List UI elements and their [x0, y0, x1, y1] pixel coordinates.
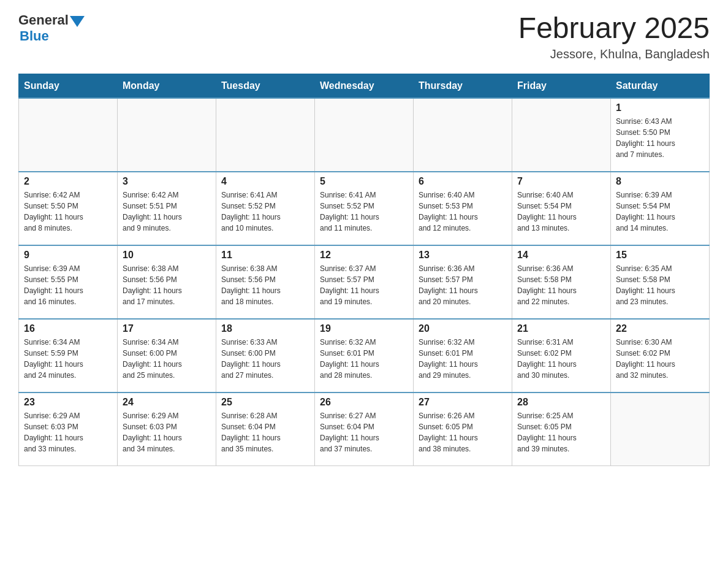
day-number: 23 [24, 397, 112, 408]
day-number: 27 [419, 397, 507, 408]
calendar-cell: 3Sunrise: 6:42 AMSunset: 5:51 PMDaylight… [118, 172, 216, 245]
day-info: Sunrise: 6:36 AMSunset: 5:57 PMDaylight:… [419, 263, 507, 307]
weekday-header-sunday: Sunday [19, 74, 118, 98]
calendar-title: February 2025 [518, 12, 710, 45]
calendar-week-row: 16Sunrise: 6:34 AMSunset: 5:59 PMDayligh… [19, 319, 710, 393]
calendar-cell [414, 98, 512, 172]
calendar-cell: 14Sunrise: 6:36 AMSunset: 5:58 PMDayligh… [512, 245, 611, 319]
calendar-cell: 5Sunrise: 6:41 AMSunset: 5:52 PMDaylight… [315, 172, 414, 245]
weekday-header-saturday: Saturday [611, 74, 710, 98]
day-info: Sunrise: 6:32 AMSunset: 6:01 PMDaylight:… [419, 337, 507, 381]
day-info: Sunrise: 6:36 AMSunset: 5:58 PMDaylight:… [517, 263, 605, 307]
day-number: 28 [517, 397, 605, 408]
day-info: Sunrise: 6:28 AMSunset: 6:04 PMDaylight:… [221, 410, 309, 454]
day-info: Sunrise: 6:41 AMSunset: 5:52 PMDaylight:… [221, 190, 309, 234]
day-number: 5 [320, 176, 408, 187]
weekday-header-monday: Monday [118, 74, 216, 98]
calendar-week-row: 2Sunrise: 6:42 AMSunset: 5:50 PMDaylight… [19, 172, 710, 245]
weekday-header-wednesday: Wednesday [315, 74, 414, 98]
calendar-cell: 9Sunrise: 6:39 AMSunset: 5:55 PMDaylight… [19, 245, 118, 319]
calendar-cell: 7Sunrise: 6:40 AMSunset: 5:54 PMDaylight… [512, 172, 611, 245]
day-info: Sunrise: 6:27 AMSunset: 6:04 PMDaylight:… [320, 410, 408, 454]
day-number: 20 [419, 323, 507, 334]
title-section: February 2025 Jessore, Khulna, Banglades… [518, 12, 710, 61]
calendar-cell: 23Sunrise: 6:29 AMSunset: 6:03 PMDayligh… [19, 393, 118, 466]
day-info: Sunrise: 6:30 AMSunset: 6:02 PMDaylight:… [616, 337, 704, 381]
page-header: General Blue February 2025 Jessore, Khul… [18, 12, 710, 61]
calendar-subtitle: Jessore, Khulna, Bangladesh [518, 47, 710, 61]
day-number: 7 [517, 176, 605, 187]
day-number: 26 [320, 397, 408, 408]
day-info: Sunrise: 6:29 AMSunset: 6:03 PMDaylight:… [24, 410, 112, 454]
weekday-header-friday: Friday [512, 74, 611, 98]
weekday-header-thursday: Thursday [414, 74, 512, 98]
day-number: 25 [221, 397, 309, 408]
calendar-cell: 1Sunrise: 6:43 AMSunset: 5:50 PMDaylight… [611, 98, 710, 172]
calendar-cell [611, 393, 710, 466]
calendar-cell [19, 98, 118, 172]
day-info: Sunrise: 6:42 AMSunset: 5:50 PMDaylight:… [24, 190, 112, 234]
calendar-cell: 10Sunrise: 6:38 AMSunset: 5:56 PMDayligh… [118, 245, 216, 319]
calendar-cell: 19Sunrise: 6:32 AMSunset: 6:01 PMDayligh… [315, 319, 414, 393]
calendar-cell: 4Sunrise: 6:41 AMSunset: 5:52 PMDaylight… [216, 172, 315, 245]
calendar-cell: 28Sunrise: 6:25 AMSunset: 6:05 PMDayligh… [512, 393, 611, 466]
calendar-cell [315, 98, 414, 172]
day-number: 12 [320, 250, 408, 261]
calendar-cell: 18Sunrise: 6:33 AMSunset: 6:00 PMDayligh… [216, 319, 315, 393]
day-info: Sunrise: 6:35 AMSunset: 5:58 PMDaylight:… [616, 263, 704, 307]
day-info: Sunrise: 6:31 AMSunset: 6:02 PMDaylight:… [517, 337, 605, 381]
day-info: Sunrise: 6:26 AMSunset: 6:05 PMDaylight:… [419, 410, 507, 454]
calendar-cell: 13Sunrise: 6:36 AMSunset: 5:57 PMDayligh… [414, 245, 512, 319]
day-info: Sunrise: 6:34 AMSunset: 5:59 PMDaylight:… [24, 337, 112, 381]
day-info: Sunrise: 6:25 AMSunset: 6:05 PMDaylight:… [517, 410, 605, 454]
calendar-week-row: 23Sunrise: 6:29 AMSunset: 6:03 PMDayligh… [19, 393, 710, 466]
logo-blue-text: Blue [20, 28, 49, 44]
calendar-cell: 25Sunrise: 6:28 AMSunset: 6:04 PMDayligh… [216, 393, 315, 466]
day-number: 22 [616, 323, 704, 334]
calendar-cell: 6Sunrise: 6:40 AMSunset: 5:53 PMDaylight… [414, 172, 512, 245]
day-info: Sunrise: 6:32 AMSunset: 6:01 PMDaylight:… [320, 337, 408, 381]
calendar-cell: 17Sunrise: 6:34 AMSunset: 6:00 PMDayligh… [118, 319, 216, 393]
calendar-week-row: 1Sunrise: 6:43 AMSunset: 5:50 PMDaylight… [19, 98, 710, 172]
logo: General Blue [18, 12, 85, 44]
calendar-cell: 8Sunrise: 6:39 AMSunset: 5:54 PMDaylight… [611, 172, 710, 245]
day-number: 10 [123, 250, 211, 261]
day-number: 24 [123, 397, 211, 408]
day-info: Sunrise: 6:37 AMSunset: 5:57 PMDaylight:… [320, 263, 408, 307]
day-info: Sunrise: 6:40 AMSunset: 5:53 PMDaylight:… [419, 190, 507, 234]
calendar-cell: 21Sunrise: 6:31 AMSunset: 6:02 PMDayligh… [512, 319, 611, 393]
day-info: Sunrise: 6:38 AMSunset: 5:56 PMDaylight:… [221, 263, 309, 307]
day-info: Sunrise: 6:42 AMSunset: 5:51 PMDaylight:… [123, 190, 211, 234]
logo-arrow-icon [70, 16, 85, 27]
day-number: 11 [221, 250, 309, 261]
calendar-cell: 26Sunrise: 6:27 AMSunset: 6:04 PMDayligh… [315, 393, 414, 466]
calendar-cell: 2Sunrise: 6:42 AMSunset: 5:50 PMDaylight… [19, 172, 118, 245]
day-number: 4 [221, 176, 309, 187]
day-number: 21 [517, 323, 605, 334]
day-info: Sunrise: 6:29 AMSunset: 6:03 PMDaylight:… [123, 410, 211, 454]
day-info: Sunrise: 6:33 AMSunset: 6:00 PMDaylight:… [221, 337, 309, 381]
day-number: 3 [123, 176, 211, 187]
calendar-cell: 24Sunrise: 6:29 AMSunset: 6:03 PMDayligh… [118, 393, 216, 466]
day-number: 16 [24, 323, 112, 334]
day-info: Sunrise: 6:41 AMSunset: 5:52 PMDaylight:… [320, 190, 408, 234]
day-number: 15 [616, 250, 704, 261]
calendar-week-row: 9Sunrise: 6:39 AMSunset: 5:55 PMDaylight… [19, 245, 710, 319]
day-info: Sunrise: 6:39 AMSunset: 5:55 PMDaylight:… [24, 263, 112, 307]
day-number: 9 [24, 250, 112, 261]
calendar-cell [216, 98, 315, 172]
calendar-cell: 22Sunrise: 6:30 AMSunset: 6:02 PMDayligh… [611, 319, 710, 393]
day-number: 8 [616, 176, 704, 187]
calendar-cell: 27Sunrise: 6:26 AMSunset: 6:05 PMDayligh… [414, 393, 512, 466]
day-number: 14 [517, 250, 605, 261]
logo-general-text: General [18, 12, 69, 28]
day-info: Sunrise: 6:43 AMSunset: 5:50 PMDaylight:… [616, 116, 704, 160]
calendar-cell: 16Sunrise: 6:34 AMSunset: 5:59 PMDayligh… [19, 319, 118, 393]
day-info: Sunrise: 6:34 AMSunset: 6:00 PMDaylight:… [123, 337, 211, 381]
calendar-cell: 15Sunrise: 6:35 AMSunset: 5:58 PMDayligh… [611, 245, 710, 319]
day-number: 19 [320, 323, 408, 334]
weekday-header-row: SundayMondayTuesdayWednesdayThursdayFrid… [19, 74, 710, 98]
day-info: Sunrise: 6:40 AMSunset: 5:54 PMDaylight:… [517, 190, 605, 234]
day-info: Sunrise: 6:38 AMSunset: 5:56 PMDaylight:… [123, 263, 211, 307]
calendar-cell [512, 98, 611, 172]
